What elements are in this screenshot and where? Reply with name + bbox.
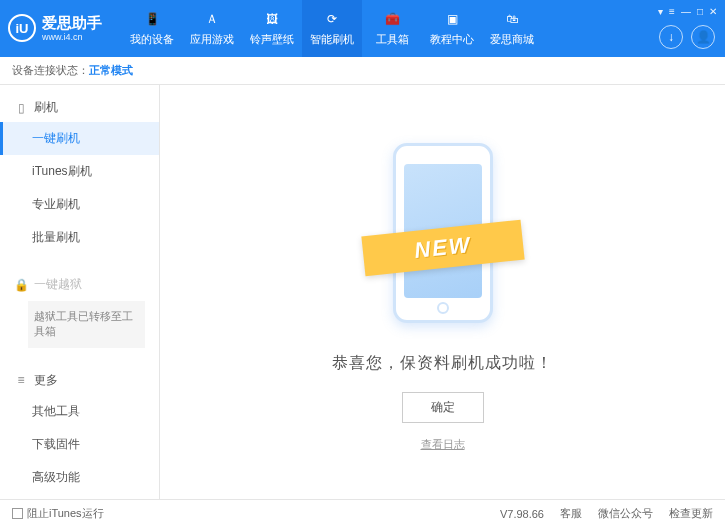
download-button[interactable]: ↓ — [659, 25, 683, 49]
window-controls: ▾ ≡ — □ ✕ — [658, 6, 717, 17]
menu-icon[interactable]: ▾ — [658, 6, 663, 17]
toolbox-icon: 🧰 — [383, 10, 401, 28]
settings-icon[interactable]: ≡ — [669, 6, 675, 17]
phone-icon: ▯ — [14, 101, 28, 115]
sidebar-more-header[interactable]: ≡ 更多 — [0, 366, 159, 395]
sidebar-item-batch-flash[interactable]: 批量刷机 — [0, 221, 159, 254]
nav-tutorials[interactable]: ▣教程中心 — [422, 0, 482, 57]
store-icon: 🛍 — [503, 10, 521, 28]
main-nav: 📱我的设备 Ａ应用游戏 🖼铃声壁纸 ⟳智能刷机 🧰工具箱 ▣教程中心 🛍爱思商城 — [122, 0, 542, 57]
nav-apps[interactable]: Ａ应用游戏 — [182, 0, 242, 57]
version-label: V7.98.66 — [500, 508, 544, 520]
status-label: 设备连接状态： — [12, 63, 89, 78]
minimize-icon[interactable]: — — [681, 6, 691, 17]
sidebar-item-other-tools[interactable]: 其他工具 — [0, 395, 159, 428]
maximize-icon[interactable]: □ — [697, 6, 703, 17]
app-header: iU 爱思助手 www.i4.cn 📱我的设备 Ａ应用游戏 🖼铃声壁纸 ⟳智能刷… — [0, 0, 725, 57]
device-icon: 📱 — [143, 10, 161, 28]
user-button[interactable]: 👤 — [691, 25, 715, 49]
close-icon[interactable]: ✕ — [709, 6, 717, 17]
sidebar-item-advanced[interactable]: 高级功能 — [0, 461, 159, 494]
sidebar: ▯ 刷机 一键刷机 iTunes刷机 专业刷机 批量刷机 🔒 一键越狱 越狱工具… — [0, 85, 160, 499]
sidebar-item-pro-flash[interactable]: 专业刷机 — [0, 188, 159, 221]
tutorial-icon: ▣ — [443, 10, 461, 28]
new-banner: NEW — [361, 219, 524, 276]
sidebar-item-itunes-flash[interactable]: iTunes刷机 — [0, 155, 159, 188]
sidebar-jailbreak-header[interactable]: 🔒 一键越狱 — [0, 270, 159, 299]
block-itunes-checkbox[interactable]: 阻止iTunes运行 — [12, 506, 104, 521]
view-log-link[interactable]: 查看日志 — [421, 437, 465, 452]
more-icon: ≡ — [14, 373, 28, 387]
sidebar-item-one-key-flash[interactable]: 一键刷机 — [0, 122, 159, 155]
ok-button[interactable]: 确定 — [402, 392, 484, 423]
nav-ringtones[interactable]: 🖼铃声壁纸 — [242, 0, 302, 57]
flash-icon: ⟳ — [323, 10, 341, 28]
nav-store[interactable]: 🛍爱思商城 — [482, 0, 542, 57]
footer: 阻止iTunes运行 V7.98.66 客服 微信公众号 检查更新 — [0, 499, 725, 527]
logo-area: iU 爱思助手 www.i4.cn — [8, 14, 102, 43]
footer-wechat-link[interactable]: 微信公众号 — [598, 506, 653, 521]
footer-update-link[interactable]: 检查更新 — [669, 506, 713, 521]
apps-icon: Ａ — [203, 10, 221, 28]
success-message: 恭喜您，保资料刷机成功啦！ — [332, 353, 553, 374]
lock-icon: 🔒 — [14, 278, 28, 292]
nav-smart-flash[interactable]: ⟳智能刷机 — [302, 0, 362, 57]
app-url: www.i4.cn — [42, 32, 102, 43]
phone-illustration: NEW — [378, 133, 508, 333]
sidebar-jailbreak-note[interactable]: 越狱工具已转移至工具箱 — [28, 301, 145, 348]
nav-my-device[interactable]: 📱我的设备 — [122, 0, 182, 57]
sidebar-item-download-firmware[interactable]: 下载固件 — [0, 428, 159, 461]
status-mode: 正常模式 — [89, 63, 133, 78]
nav-toolbox[interactable]: 🧰工具箱 — [362, 0, 422, 57]
main-content: NEW 恭喜您，保资料刷机成功啦！ 确定 查看日志 — [160, 85, 725, 499]
app-title: 爱思助手 — [42, 14, 102, 32]
logo-icon: iU — [8, 14, 36, 42]
sidebar-flash-header[interactable]: ▯ 刷机 — [0, 93, 159, 122]
ringtone-icon: 🖼 — [263, 10, 281, 28]
footer-support-link[interactable]: 客服 — [560, 506, 582, 521]
status-bar: 设备连接状态： 正常模式 — [0, 57, 725, 85]
